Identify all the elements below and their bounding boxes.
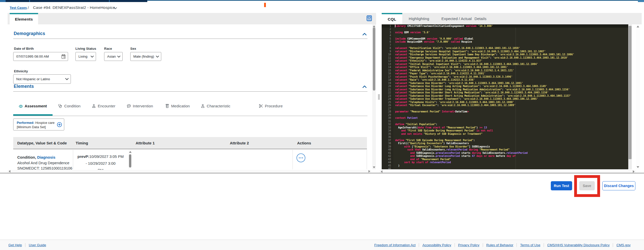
code-line: valueset "Virtual Encounter": 'urn:oid:2… [395,104,516,107]
race-label: Race [104,47,112,51]
footer-left-links: Get HelpUser Guide [8,240,46,250]
col-datatype: Datatype, Value Set & Code [17,141,67,145]
footer-separator [613,243,613,247]
table-header: Datatype, Value Set & Code Timing Attrib… [13,137,367,149]
left-panel-horizontal-scrollbar[interactable] [8,170,371,173]
element-tab-procedure[interactable]: Procedure [259,104,283,108]
element-tab-characteristic[interactable]: Characteristic [201,104,230,108]
footer-link-cms-gov[interactable]: CMS.gov [616,243,631,247]
col-attribute1: Attribute 1 [136,141,155,145]
row-timing-value: 10/09/2027 3:05 PM- 10/29/2027 3:00PM [86,154,124,170]
footer-link-privacy-policy[interactable]: Privacy Policy [458,243,479,247]
scroll-up-arrow-icon[interactable] [373,25,375,27]
element-tab-medication[interactable]: Medication [165,104,190,108]
run-test-button[interactable]: Run Test [551,181,572,190]
footer-link-rules-of-behavior[interactable]: Rules of Behavior [486,243,513,247]
discard-changes-button[interactable]: Discard Changes [602,181,635,190]
element-tab-condition[interactable]: Condition [58,104,80,108]
cql-code-editor[interactable]: 1234567891011121314151617181920212223242… [382,24,632,169]
footer-separator [483,243,483,247]
code-line: valueset "Payer Type": 'urn:oid:2.16.840… [395,72,486,75]
footer-link-terms-of-use[interactable]: Terms of Use [520,243,540,247]
scroll-right-arrow-icon[interactable] [368,170,370,173]
tab-elements[interactable]: Elements [10,13,38,24]
strip-seg-6 [110,0,147,2]
row-actions-ellipsis-button[interactable] [296,153,305,162]
element-tab-label: Assessment [25,104,47,108]
performed-hospice-care-chip[interactable]: Performed: Hospice care [Minimum Data Se… [13,119,64,130]
calculator-icon[interactable] [366,15,372,21]
strip-seg-right [638,0,644,2]
elements-collapse-chevron-icon[interactable] [362,85,367,88]
scroll-left-arrow-icon[interactable] [381,170,382,173]
footer-link-cms-hhs-vulnerability-disclosure-policy[interactable]: CMS/HHS Vulnerability Disclosure Policy [547,243,610,247]
code-line: and not exists "History of SUD Diagnosis… [395,132,482,136]
footer-link-accessibility-policy[interactable]: Accessibility Policy [422,243,451,247]
save-label: Save [583,184,591,188]
tab-details[interactable]: Details [473,13,488,24]
code-line: include CQMCommonQDM version '9.0.000' c… [395,37,473,41]
orange-marker [264,3,266,7]
scrollbar-thumb[interactable] [129,154,131,168]
right-panel-horizontal-scrollbar[interactable] [380,170,636,173]
dob-input[interactable]: 07/07/1995 08:00 AM [13,52,68,61]
right-panel-vertical-scrollbar[interactable] [636,24,640,169]
elements-heading: Elements [14,84,34,89]
breadcrumb-test-cases-link[interactable]: Test Cases [10,6,27,10]
scroll-down-arrow-icon[interactable] [637,166,639,168]
living-status-value: Living [78,55,87,58]
row-datatype: Condition, [17,155,36,159]
scroll-right-arrow-icon[interactable] [633,170,635,173]
code-line: valueset "Telephone Visits": 'urn:oid:2.… [395,101,514,104]
code-line: parameter "Measurement Period" Interval<… [395,110,469,113]
element-tab-label: Characteristic [207,104,230,108]
chat-bubble-icon [127,104,131,108]
timing-cell-scrollbar[interactable] [128,150,132,169]
chevron-down-icon [90,56,94,58]
code-line: such that ValidEncounters.relevantPeriod… [395,148,509,152]
scroll-down-arrow-icon[interactable] [373,166,375,168]
tab-highlighting[interactable]: Highlighting [405,13,433,24]
element-tab-assessment[interactable]: Assessment [19,104,47,108]
code-line: valueset "Discharge Services Hospital In… [395,53,574,56]
add-element-plus-icon[interactable] [57,122,62,127]
tab-cql[interactable]: CQL [382,13,402,24]
footer-link-get-help[interactable]: Get Help [8,243,22,247]
chevron-down-icon [155,56,159,58]
ethnicity-label: Ethnicity [14,69,28,73]
scroll-up-arrow-icon[interactable] [129,151,132,153]
row-diagnosis-link[interactable]: Diagnosis [37,155,55,159]
tab-expected-actual[interactable]: Expected / Actual [438,13,475,24]
code-line: valueset "Substance Use Disorder": 'urn:… [395,82,523,85]
ethnicity-select[interactable]: Not Hispanic or Latino [13,74,71,84]
calendar-icon[interactable] [60,54,66,59]
sex-select[interactable]: Male (finding) [130,52,161,61]
living-status-select[interactable]: Living [75,52,96,61]
code-line: valueset "Substance Use Disorder Long Ac… [395,88,570,91]
demographics-collapse-chevron-icon[interactable] [362,33,367,36]
save-button[interactable]: Save [579,181,595,190]
element-tab-intervention[interactable]: Intervention [127,104,153,108]
element-tab-label: Procedure [265,104,283,108]
footer-link-user-guide[interactable]: User Guide [29,243,46,247]
left-panel-vertical-scrollbar[interactable] [372,24,376,169]
footer-link-freedom-of-information-act[interactable]: Freedom of Information Act [374,243,416,247]
code-line: AgeInYearsAt(date from start of "Measure… [395,126,487,129]
code-line: First(("Qualifying Encounters") ValidEnc… [395,142,469,145]
code-line: valueset "Federal Administrative Sex": '… [395,69,514,72]
element-tab-encounter[interactable]: Encounter [92,104,115,108]
code-line: using QDM version '5.6' [395,31,430,34]
code-line: with ["Diagnosis": "Substance Use Disord… [395,145,490,148]
column-separator [367,150,367,169]
scroll-up-arrow-icon[interactable] [637,26,639,27]
row-code: SNOMEDCT: 125851000119106 [17,165,72,170]
scissors-icon [259,104,263,108]
column-separator [73,150,73,169]
scroll-left-arrow-icon[interactable] [9,170,10,173]
race-select[interactable]: Asian [104,52,123,61]
col-attribute2: Attribute 2 [230,141,249,145]
column-separator [293,150,293,169]
scrollbar-thumb[interactable] [373,27,375,91]
code-line: and SUDDiagnosis.prevalencePeriod starts… [395,155,516,158]
case-dropdown-chevron-icon[interactable] [114,7,117,9]
